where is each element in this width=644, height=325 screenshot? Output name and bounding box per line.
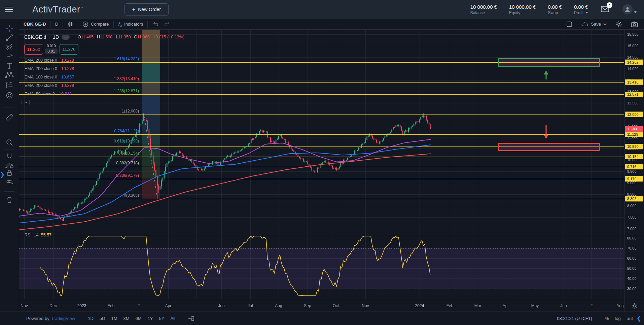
zoom-in-tool-button[interactable]	[4, 137, 15, 148]
time-axis-settings-button[interactable]	[631, 302, 638, 309]
spread-high: 0.010	[47, 44, 56, 48]
compare-button[interactable]: Compare	[78, 19, 113, 29]
remove-drawings-button[interactable]	[4, 195, 15, 205]
profit-stat[interactable]: 0.00 € Profit	[574, 4, 588, 15]
save-layout-button[interactable]: Save	[577, 22, 611, 27]
notifications-button[interactable]: 4	[600, 5, 610, 14]
spread-display: 0.010 0.01	[43, 44, 59, 54]
zoom-in-icon	[5, 138, 13, 147]
indicators-label: Indicators	[124, 22, 143, 27]
spread-value: 0.01	[45, 48, 57, 54]
undo-button[interactable]	[148, 19, 163, 29]
indicator-legend-row[interactable]: EMA 50 close 0 10.912	[25, 91, 72, 97]
hide-drawings-button[interactable]	[4, 177, 15, 187]
goto-date-button[interactable]	[188, 316, 195, 321]
range-5y-button[interactable]: 5Y	[156, 315, 168, 322]
range-all-button[interactable]: All	[167, 315, 178, 322]
magnet-icon	[5, 152, 13, 160]
menu-icon[interactable]	[5, 5, 13, 14]
collapse-legend-button[interactable]	[22, 100, 30, 105]
interval-label: D	[55, 22, 58, 27]
tradingview-link[interactable]: TradingView	[51, 316, 75, 321]
range-3m-button[interactable]: 3M	[120, 315, 133, 322]
avatar[interactable]	[622, 4, 633, 14]
forecast-tool-button[interactable]	[4, 80, 15, 90]
range-6m-button[interactable]: 6M	[133, 315, 145, 322]
indicator-params: 200 close 0	[36, 58, 57, 63]
rsi-legend-row[interactable]: RSI 14 55.57	[25, 233, 51, 237]
xabcd-pattern-icon	[5, 71, 14, 79]
indicator-name: EMA	[25, 66, 34, 71]
profit-value: 0.00 €	[574, 4, 588, 10]
log-scale-button[interactable]: log	[612, 315, 623, 322]
screenshot-button[interactable]	[627, 21, 644, 27]
divider	[80, 316, 80, 322]
pattern-tool-button[interactable]	[4, 70, 15, 80]
collapse-panel-right-chevron[interactable]: ❮	[637, 315, 641, 322]
expand-panel-left-chevron[interactable]: ❯	[0, 171, 5, 178]
redo-icon	[164, 22, 171, 27]
auto-scale-button[interactable]: aut	[624, 315, 636, 322]
indicator-legend-row[interactable]: EMA 100 close 0 10.667	[25, 74, 74, 80]
indicator-name: EMA	[25, 75, 34, 79]
symbol-label: CBK.GE-D	[24, 22, 46, 27]
goto-date-icon	[188, 316, 195, 321]
range-1d-button[interactable]: 1D	[85, 315, 97, 322]
percent-scale-button[interactable]: %	[602, 315, 612, 322]
interval-button[interactable]: D	[51, 19, 63, 29]
chevron-up-icon	[24, 101, 27, 103]
range-1y-button[interactable]: 1Y	[145, 315, 156, 322]
buy-button[interactable]: 11.370	[60, 44, 78, 55]
chart-canvas[interactable]	[0, 0, 644, 325]
lock-all-drawings-button[interactable]	[4, 168, 15, 178]
measure-tool-button[interactable]	[4, 112, 15, 122]
top-bar: ActivTrader™ + New Order 10 000.00 € Bal…	[0, 0, 644, 19]
clock-label[interactable]: 08:21:21 (UTC+1)	[557, 316, 592, 321]
crosshair-tool-button[interactable]	[4, 23, 15, 33]
text-tool-button[interactable]	[4, 61, 15, 71]
equity-value: 10 000.00 €	[509, 4, 536, 10]
settings-gear-icon	[615, 21, 622, 28]
balance-label: Balance	[470, 10, 497, 15]
user-icon	[624, 6, 631, 13]
emoji-icon	[5, 91, 13, 99]
trademark: ™	[80, 6, 84, 10]
hide-series-button[interactable]: —	[62, 35, 70, 40]
app-logo: ActivTrader™	[32, 4, 83, 15]
indicator-legend-row[interactable]: EMA 200 close 0 10.278	[25, 83, 74, 89]
range-5d-button[interactable]: 5D	[97, 315, 108, 322]
compare-plus-icon	[82, 21, 88, 27]
indicators-button[interactable]: ƒx Indicators	[114, 19, 148, 29]
chevron-down-icon[interactable]	[585, 12, 588, 13]
trend-line-tool-button[interactable]	[4, 33, 15, 43]
layout-select-button[interactable]	[562, 21, 577, 27]
rsi-value: 55.57	[41, 233, 51, 237]
symbol-search-button[interactable]: CBK.GE-D	[19, 19, 50, 29]
sell-button[interactable]: 11.360	[24, 44, 43, 55]
camera-icon	[631, 21, 638, 27]
fib-tool-button[interactable]	[4, 42, 15, 52]
chart-settings-button[interactable]	[611, 21, 627, 28]
balance-stat: 10 000.00 € Balance	[470, 4, 497, 15]
redo-button[interactable]	[163, 19, 175, 29]
notification-badge: 4	[607, 2, 612, 8]
new-order-button[interactable]: + New Order	[124, 3, 169, 15]
swap-stat: 0.00 € Swap	[548, 4, 562, 15]
compare-label: Compare	[91, 22, 109, 27]
indicator-legend-row[interactable]: EMA 200 close 0 10.278	[25, 66, 74, 72]
chevron-down-icon[interactable]	[634, 11, 637, 13]
divider	[4, 107, 14, 107]
profit-label: Profit	[574, 10, 583, 15]
chart-style-button[interactable]	[63, 19, 78, 29]
indicator-name: EMA	[25, 83, 34, 88]
range-1m-button[interactable]: 1M	[108, 315, 120, 322]
chart-toolbar: CBK.GE-D D Compare ƒx Indicators	[19, 19, 644, 30]
equity-label: Equity	[509, 10, 536, 15]
emoji-tool-button[interactable]	[4, 90, 15, 100]
indicator-legend-row[interactable]: EMA 200 close 0 10.278	[25, 57, 74, 63]
symbol-legend[interactable]: CBK.GE-d · 1D — O11.465 H11.590 L11.350 …	[24, 34, 184, 40]
brush-tool-button[interactable]	[4, 51, 15, 61]
indicator-params: 200 close 0	[36, 83, 57, 88]
candles-style-icon	[67, 21, 73, 27]
rsi-name: RSI	[25, 233, 32, 237]
